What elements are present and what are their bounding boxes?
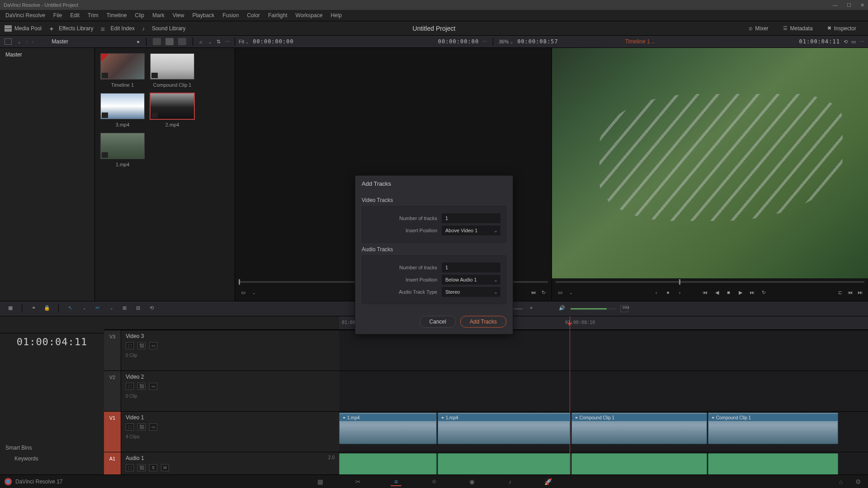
media-thumbnail[interactable] <box>100 93 145 119</box>
media-item[interactable]: 2.mp4 <box>150 93 194 127</box>
overwrite-icon[interactable]: ⊟ <box>134 305 142 312</box>
smart-bins-keywords[interactable]: Keywords <box>5 455 90 462</box>
add-tracks-button[interactable]: Add Tracks <box>460 316 506 328</box>
search-icon[interactable]: ⌕ <box>199 39 203 44</box>
fusion-page-icon[interactable]: ⚛ <box>429 477 439 486</box>
timeline-dropdown[interactable]: Timeline 1 <box>625 38 655 45</box>
video-clip[interactable]: ⚭ 1.mp4 <box>339 413 437 444</box>
edit-index-button[interactable]: Edit Index <box>101 25 135 32</box>
transform-dropdown[interactable] <box>566 289 574 296</box>
playhead[interactable] <box>570 316 570 474</box>
selection-dropdown[interactable] <box>80 305 88 312</box>
transform-icon[interactable]: ▭ <box>557 289 564 296</box>
menu-item[interactable]: Clip <box>131 11 148 20</box>
menu-item[interactable]: Mark <box>149 11 168 20</box>
track-lock-icon[interactable]: ⬚ <box>126 464 134 471</box>
nav-fwd-icon[interactable]: › <box>32 39 34 44</box>
track-lock-icon[interactable]: ⬚ <box>126 423 134 431</box>
audio-clip[interactable]: ⚭ 1.mp4 <box>339 453 437 474</box>
replace-icon[interactable]: ⟲ <box>147 305 156 312</box>
strip-view-icon[interactable] <box>178 38 186 45</box>
menu-item[interactable]: Help <box>327 11 345 20</box>
menu-item[interactable]: Workspace <box>292 11 326 20</box>
program-more-icon[interactable]: ⋯ <box>859 39 864 45</box>
list-view-icon[interactable] <box>153 38 161 45</box>
bin-dropdown[interactable] <box>16 39 21 44</box>
media-thumbnail[interactable] <box>100 133 145 159</box>
inspector-button[interactable]: ✖ Inspector <box>827 25 856 32</box>
media-thumbnail[interactable] <box>150 53 194 80</box>
goto-out-icon[interactable]: ⏭ <box>856 289 863 296</box>
play-icon[interactable]: ▶ <box>737 289 744 296</box>
track-auto-icon[interactable]: ⬛ <box>137 383 146 390</box>
blade-dropdown[interactable] <box>107 305 115 312</box>
single-viewer-icon[interactable]: ▭ <box>851 39 856 45</box>
prev-edit-icon[interactable]: ‹ <box>653 289 660 296</box>
blade-tool-icon[interactable]: ✂ <box>93 305 101 312</box>
zoom-in-icon[interactable]: + <box>527 305 535 312</box>
video-num-tracks-input[interactable] <box>442 213 500 223</box>
step-fwd-icon[interactable]: ⏭ <box>749 289 756 296</box>
maximize-icon[interactable]: ☐ <box>847 2 851 8</box>
timeline-canvas[interactable]: 01:00:04:00 01:00:08:10 ⚭ 1.mp4⚭ 1.mp4⚭ … <box>339 316 868 474</box>
track-id[interactable]: V2 <box>104 371 121 411</box>
menu-item[interactable]: Timeline <box>103 11 130 20</box>
volume-icon[interactable]: 🔊 <box>558 305 566 312</box>
step-back-icon[interactable]: ◀ <box>713 289 721 296</box>
source-more-icon[interactable]: ⋯ <box>482 39 487 45</box>
track-disable-icon[interactable]: ▭ <box>149 423 157 431</box>
volume-slider[interactable] <box>571 308 616 310</box>
track-lane-v3[interactable] <box>339 330 868 371</box>
media-item[interactable]: 1.mp4 <box>100 133 145 167</box>
track-id[interactable]: V3 <box>104 330 121 371</box>
video-insert-position-select[interactable]: Above Video 1 <box>442 225 500 235</box>
media-item[interactable]: Timeline 1 <box>100 53 145 88</box>
sound-library-button[interactable]: Sound Library <box>142 25 186 32</box>
media-thumbnail[interactable] <box>100 53 145 80</box>
track-auto-icon[interactable]: ⬛ <box>137 342 146 349</box>
track-auto-icon[interactable]: ⬛ <box>137 423 146 431</box>
nav-back-icon[interactable]: ‹ <box>26 39 28 44</box>
zoom-dropdown[interactable]: 36% <box>499 39 514 44</box>
cut-page-icon[interactable]: ✂ <box>353 477 363 486</box>
track-header-v2[interactable]: V2 Video 2 ⬚⬛▭ 0 Clip <box>104 371 339 411</box>
track-disable-icon[interactable]: ▭ <box>149 383 157 390</box>
menu-item[interactable]: View <box>169 11 188 20</box>
track-lane-a1[interactable]: ⚭ 1.mp4⚭ 1.mp4⚭ Compound Clip 1⚭ Compoun… <box>339 452 868 474</box>
marker-dot-icon[interactable]: ● <box>665 289 672 296</box>
track-lock-icon[interactable]: ⬚ <box>126 342 134 349</box>
grid-view-icon[interactable] <box>165 38 174 45</box>
menu-item[interactable]: File <box>50 11 66 20</box>
fairlight-page-icon[interactable]: ♪ <box>505 477 515 486</box>
audio-clip[interactable]: ⚭ 1.mp4 <box>438 453 571 474</box>
last-frame-icon[interactable]: ⏭ <box>530 289 537 296</box>
menu-item[interactable]: Color <box>243 11 264 20</box>
insert-icon[interactable]: ⊞ <box>120 305 128 312</box>
goto-in-icon[interactable]: ⏮ <box>846 289 854 296</box>
lock-icon[interactable]: 🔒 <box>43 305 51 312</box>
audio-clip[interactable]: ⚭ Compound Clip 1 <box>571 453 707 474</box>
fit-dropdown[interactable]: Fit <box>239 39 249 44</box>
master-bin[interactable]: Master <box>5 52 89 58</box>
stop-icon[interactable]: ■ <box>725 289 732 296</box>
close-icon[interactable]: ✕ <box>860 2 864 8</box>
sort-icon[interactable]: ⇅ <box>217 39 221 45</box>
first-frame-icon[interactable]: ⏮ <box>702 289 709 296</box>
track-lane-v2[interactable] <box>339 371 868 411</box>
menu-item[interactable]: DaVinci Resolve <box>2 11 49 20</box>
video-clip[interactable]: ⚭ Compound Clip 1 <box>571 413 707 444</box>
viewer-mode-icon[interactable]: ▭ <box>240 289 247 296</box>
menu-item[interactable]: Fusion <box>219 11 242 20</box>
cancel-button[interactable]: Cancel <box>420 316 456 328</box>
home-icon[interactable]: ⌂ <box>835 477 846 486</box>
menu-item[interactable]: Playback <box>189 11 218 20</box>
more-icon[interactable]: ⋯ <box>225 39 230 45</box>
video-clip[interactable]: ⚭ 1.mp4 <box>438 413 571 444</box>
audio-track-type-select[interactable]: Stereo <box>442 287 500 297</box>
metadata-button[interactable]: ☰ Metadata <box>783 25 813 32</box>
viewer-mode-dropdown[interactable] <box>250 289 257 296</box>
dim-button[interactable]: DIM <box>620 305 628 312</box>
search-dropdown[interactable] <box>207 39 212 44</box>
track-id[interactable]: V1 <box>104 412 121 452</box>
menu-item[interactable]: Trim <box>84 11 102 20</box>
